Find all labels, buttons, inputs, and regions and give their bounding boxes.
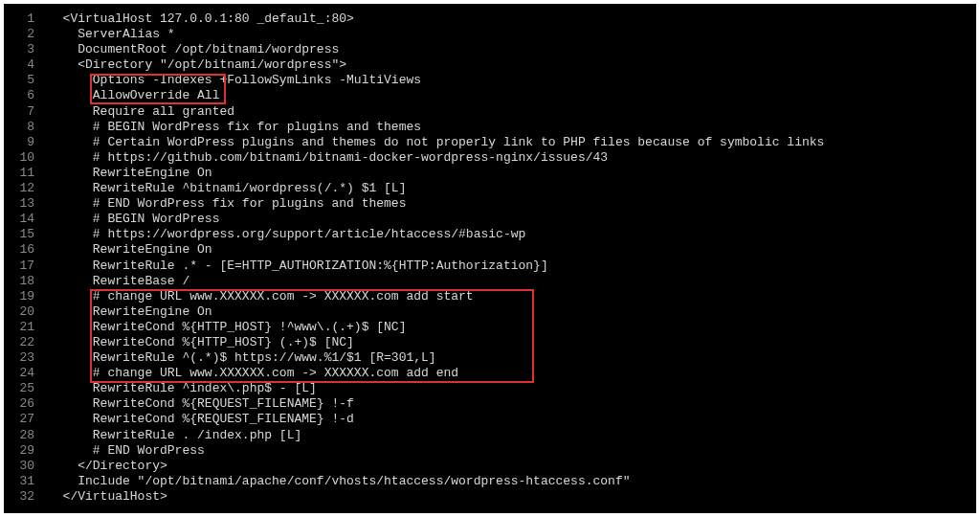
code-line[interactable]: 31 Include "/opt/bitnami/apache/conf/vho…	[6, 474, 974, 489]
code-text: RewriteBase /	[48, 274, 189, 289]
code-line[interactable]: 6 AllowOverride All	[6, 88, 974, 103]
code-line[interactable]: 27 RewriteCond %{REQUEST_FILENAME} !-d	[6, 412, 974, 427]
line-number: 30	[6, 459, 48, 474]
code-text: # END WordPress	[48, 443, 205, 459]
code-text: RewriteRule .* - [E=HTTP_AUTHORIZATION:%…	[48, 258, 548, 274]
line-number: 28	[6, 428, 48, 443]
line-number: 27	[6, 412, 48, 427]
line-number: 22	[6, 335, 48, 350]
editor-frame: 1 <VirtualHost 127.0.0.1:80 _default_:80…	[4, 4, 976, 513]
code-line[interactable]: 14 # BEGIN WordPress	[6, 212, 974, 227]
line-number: 3	[6, 42, 48, 57]
line-number: 21	[6, 320, 48, 335]
code-text: Options -Indexes +FollowSymLinks -MultiV…	[48, 73, 421, 88]
code-text: RewriteRule ^(.*)$ https://www.%1/$1 [R=…	[48, 350, 436, 366]
code-text: RewriteCond %{HTTP_HOST} !^www\.(.+)$ [N…	[48, 320, 406, 335]
code-text: RewriteCond %{REQUEST_FILENAME} !-d	[48, 412, 354, 427]
code-line[interactable]: 16 RewriteEngine On	[6, 242, 974, 258]
line-number: 13	[6, 196, 48, 212]
code-text: AllowOverride All	[48, 88, 219, 103]
code-line[interactable]: 18 RewriteBase /	[6, 274, 974, 289]
code-text: # https://github.com/bitnami/bitnami-doc…	[48, 150, 608, 166]
code-text: RewriteRule ^bitnami/wordpress(/.*) $1 […	[48, 181, 406, 196]
code-text: # change URL www.XXXXXX.com -> XXXXXX.co…	[48, 289, 474, 304]
code-line[interactable]: 9 # Certain WordPress plugins and themes…	[6, 135, 974, 150]
line-number: 24	[6, 366, 48, 381]
code-line[interactable]: 12 RewriteRule ^bitnami/wordpress(/.*) $…	[6, 181, 974, 196]
line-number: 31	[6, 474, 48, 489]
line-number: 5	[6, 73, 48, 88]
code-line[interactable]: 15 # https://wordpress.org/support/artic…	[6, 227, 974, 242]
line-number: 18	[6, 274, 48, 289]
code-text: # change URL www.XXXXXX.com -> XXXXXX.co…	[48, 366, 458, 381]
code-line[interactable]: 22 RewriteCond %{HTTP_HOST} (.+)$ [NC]	[6, 335, 974, 350]
line-number: 16	[6, 242, 48, 258]
line-number: 1	[6, 11, 48, 27]
line-number: 15	[6, 227, 48, 242]
code-line[interactable]: 29 # END WordPress	[6, 443, 974, 459]
code-editor[interactable]: 1 <VirtualHost 127.0.0.1:80 _default_:80…	[6, 11, 974, 505]
code-line[interactable]: 19 # change URL www.XXXXXX.com -> XXXXXX…	[6, 289, 974, 304]
line-number: 7	[6, 104, 48, 120]
code-text: RewriteRule ^index\.php$ - [L]	[48, 381, 317, 396]
code-text: RewriteRule . /index.php [L]	[48, 428, 301, 443]
code-text: RewriteEngine On	[48, 304, 212, 320]
code-line[interactable]: 25 RewriteRule ^index\.php$ - [L]	[6, 381, 974, 396]
code-text: # BEGIN WordPress	[48, 212, 219, 227]
code-text: </VirtualHost>	[48, 489, 167, 505]
line-number: 6	[6, 88, 48, 103]
code-text: RewriteEngine On	[48, 166, 212, 181]
line-number: 32	[6, 489, 48, 505]
code-line[interactable]: 2 ServerAlias *	[6, 27, 974, 42]
code-text: ServerAlias *	[48, 27, 175, 42]
code-text: <VirtualHost 127.0.0.1:80 _default_:80>	[48, 11, 354, 27]
code-text: RewriteCond %{REQUEST_FILENAME} !-f	[48, 396, 354, 412]
code-line[interactable]: 4 <Directory "/opt/bitnami/wordpress">	[6, 57, 974, 73]
code-line[interactable]: 3 DocumentRoot /opt/bitnami/wordpress	[6, 42, 974, 57]
line-number: 20	[6, 304, 48, 320]
code-line[interactable]: 8 # BEGIN WordPress fix for plugins and …	[6, 120, 974, 135]
line-number: 2	[6, 27, 48, 42]
code-line[interactable]: 13 # END WordPress fix for plugins and t…	[6, 196, 974, 212]
code-line[interactable]: 11 RewriteEngine On	[6, 166, 974, 181]
code-line[interactable]: 23 RewriteRule ^(.*)$ https://www.%1/$1 …	[6, 350, 974, 366]
line-number: 11	[6, 166, 48, 181]
code-text: # END WordPress fix for plugins and them…	[48, 196, 406, 212]
code-line[interactable]: 17 RewriteRule .* - [E=HTTP_AUTHORIZATIO…	[6, 258, 974, 274]
code-text: # Certain WordPress plugins and themes d…	[48, 135, 824, 150]
code-line[interactable]: 5 Options -Indexes +FollowSymLinks -Mult…	[6, 73, 974, 88]
code-text: # https://wordpress.org/support/article/…	[48, 227, 525, 242]
line-number: 17	[6, 258, 48, 274]
code-text: DocumentRoot /opt/bitnami/wordpress	[48, 42, 339, 57]
code-line[interactable]: 24 # change URL www.XXXXXX.com -> XXXXXX…	[6, 366, 974, 381]
line-number: 10	[6, 150, 48, 166]
code-text: Require all granted	[48, 104, 234, 120]
code-line[interactable]: 20 RewriteEngine On	[6, 304, 974, 320]
code-line[interactable]: 10 # https://github.com/bitnami/bitnami-…	[6, 150, 974, 166]
line-number: 23	[6, 350, 48, 366]
line-number: 8	[6, 120, 48, 135]
code-text: RewriteCond %{HTTP_HOST} (.+)$ [NC]	[48, 335, 354, 350]
line-number: 14	[6, 212, 48, 227]
code-line[interactable]: 30 </Directory>	[6, 459, 974, 474]
code-text: <Directory "/opt/bitnami/wordpress">	[48, 57, 346, 73]
code-line[interactable]: 26 RewriteCond %{REQUEST_FILENAME} !-f	[6, 396, 974, 412]
code-line[interactable]: 21 RewriteCond %{HTTP_HOST} !^www\.(.+)$…	[6, 320, 974, 335]
code-line[interactable]: 32 </VirtualHost>	[6, 489, 974, 505]
code-text: RewriteEngine On	[48, 242, 212, 258]
line-number: 9	[6, 135, 48, 150]
line-number: 19	[6, 289, 48, 304]
code-line[interactable]: 1 <VirtualHost 127.0.0.1:80 _default_:80…	[6, 11, 974, 27]
code-text: Include "/opt/bitnami/apache/conf/vhosts…	[48, 474, 631, 489]
line-number: 4	[6, 57, 48, 73]
line-number: 12	[6, 181, 48, 196]
code-line[interactable]: 28 RewriteRule . /index.php [L]	[6, 428, 974, 443]
code-text: # BEGIN WordPress fix for plugins and th…	[48, 120, 421, 135]
line-number: 25	[6, 381, 48, 396]
code-text: </Directory>	[48, 459, 167, 474]
line-number: 26	[6, 396, 48, 412]
line-number: 29	[6, 443, 48, 459]
code-line[interactable]: 7 Require all granted	[6, 104, 974, 120]
